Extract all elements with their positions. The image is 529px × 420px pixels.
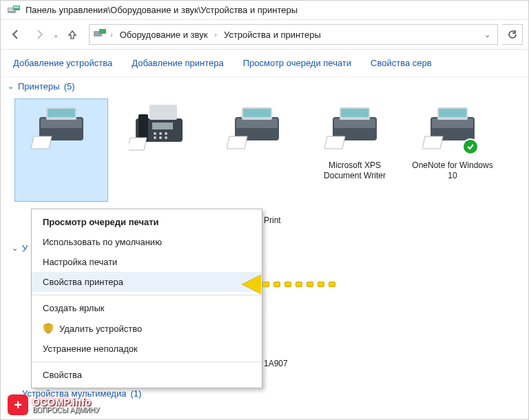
refresh-button[interactable]: [502, 24, 523, 45]
svg-point-18: [154, 136, 156, 139]
menu-item-print-settings[interactable]: Настройка печати: [32, 252, 262, 272]
control-panel-icon: [8, 6, 20, 15]
menu-item-printer-properties[interactable]: Свойства принтера: [32, 272, 262, 292]
menu-item-remove-device[interactable]: Удалить устройство: [32, 318, 262, 339]
svg-rect-9: [48, 109, 75, 117]
svg-rect-7: [41, 118, 82, 128]
breadcrumb-part-hardware[interactable]: Оборудование и звук: [117, 28, 211, 41]
address-dropdown[interactable]: ⌄: [481, 30, 493, 39]
device-item[interactable]: [112, 98, 206, 202]
add-printer-command[interactable]: Добавление принтера: [132, 58, 223, 68]
device-item[interactable]: [210, 98, 304, 202]
watermark: + OCOMP.info ВОПРОСЫ АДМИНУ: [8, 395, 99, 415]
device-item[interactable]: Microsoft XPS Document Writer: [308, 98, 402, 202]
default-check-badge: [462, 138, 479, 155]
device-item[interactable]: OneNote for Windows 10: [406, 98, 499, 202]
group-label: У: [22, 243, 28, 253]
group-count: (5): [64, 81, 75, 92]
back-button[interactable]: [6, 25, 25, 44]
svg-rect-3: [14, 6, 19, 8]
group-header-printers[interactable]: ⌄ Принтеры (5): [1, 77, 528, 96]
svg-rect-25: [243, 109, 271, 117]
group-count: (1): [130, 388, 141, 399]
printer-icon: [227, 103, 287, 156]
printer-icon: [422, 103, 483, 156]
svg-point-20: [165, 136, 167, 139]
svg-marker-26: [227, 136, 247, 149]
up-button[interactable]: [63, 25, 82, 44]
device-label: Microsoft XPS Document Writer: [311, 160, 398, 181]
forward-button[interactable]: [30, 25, 49, 44]
svg-rect-5: [99, 29, 106, 34]
device-label-fragment: Print: [264, 216, 281, 225]
command-bar: Добавление устройства Добавление принтер…: [1, 50, 528, 77]
chevron-right-icon: ›: [110, 30, 113, 39]
svg-rect-23: [236, 118, 278, 128]
context-menu: Просмотр очереди печати Использовать по …: [31, 209, 262, 388]
device-item[interactable]: [14, 98, 108, 202]
svg-marker-36: [422, 136, 443, 149]
svg-marker-31: [324, 136, 345, 149]
breadcrumb-part-devices[interactable]: Устройства и принтеры: [221, 28, 324, 41]
menu-separator: [32, 295, 262, 295]
watermark-badge-icon: +: [8, 395, 28, 415]
svg-rect-35: [439, 109, 466, 117]
shield-icon: [43, 323, 54, 334]
menu-separator: [32, 361, 262, 362]
device-label-fragment: 1A907: [264, 359, 288, 368]
window-titlebar: Панель управления\Оборудование и звук\Ус…: [1, 1, 528, 20]
chevron-down-icon: ⌄: [12, 244, 18, 253]
svg-marker-10: [31, 136, 52, 149]
menu-item-troubleshoot[interactable]: Устранение неполадок: [32, 339, 262, 359]
svg-rect-30: [341, 109, 369, 117]
svg-rect-12: [149, 105, 177, 120]
svg-point-17: [165, 132, 167, 135]
svg-marker-21: [129, 138, 147, 150]
menu-item-properties[interactable]: Свойства: [32, 365, 262, 385]
recent-dropdown[interactable]: ⌄: [53, 31, 59, 39]
svg-rect-33: [432, 118, 473, 128]
group-label: Принтеры: [18, 81, 60, 92]
svg-point-16: [159, 132, 162, 135]
menu-item-set-default[interactable]: Использовать по умолчанию: [32, 232, 262, 252]
svg-rect-14: [152, 123, 173, 129]
view-queue-command[interactable]: Просмотр очереди печати: [243, 58, 351, 68]
breadcrumb-root-icon: [94, 29, 106, 41]
printer-icon: [324, 103, 385, 156]
svg-point-19: [159, 136, 162, 139]
server-props-command[interactable]: Свойства серв: [371, 58, 432, 68]
printer-icon: [31, 103, 92, 156]
address-bar: ⌄ › Оборудование и звук › Устройства и п…: [1, 20, 528, 50]
group-header-hidden[interactable]: ⌄ У: [5, 239, 34, 258]
device-label: OneNote for Windows 10: [409, 160, 496, 181]
menu-item-view-queue[interactable]: Просмотр очереди печати: [32, 212, 262, 232]
chevron-down-icon: ⌄: [8, 82, 14, 91]
chevron-right-icon: ›: [214, 30, 217, 39]
menu-item-create-shortcut[interactable]: Создать ярлык: [32, 298, 262, 318]
window-title: Панель управления\Оборудование и звук\Ус…: [25, 5, 298, 15]
svg-point-15: [154, 132, 156, 135]
svg-rect-28: [334, 118, 375, 128]
watermark-sub: ВОПРОСЫ АДМИНУ: [32, 406, 99, 414]
add-device-command[interactable]: Добавление устройства: [13, 58, 112, 68]
device-grid: Microsoft XPS Document Writer OneNote fo…: [1, 96, 528, 202]
fax-icon: [129, 103, 189, 156]
breadcrumb-box[interactable]: › Оборудование и звук › Устройства и при…: [89, 24, 498, 45]
